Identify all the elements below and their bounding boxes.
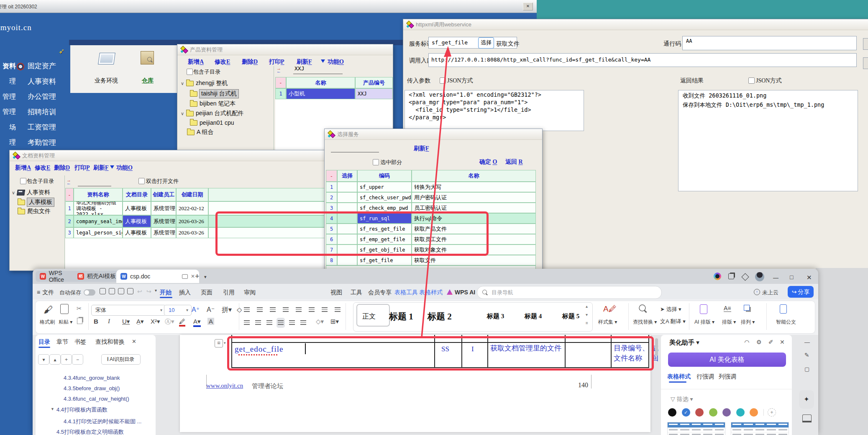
nav-item-4[interactable]: 4.4.1打印凭证的时候能不能固 ... — [64, 418, 141, 425]
palette-color-4[interactable] — [722, 408, 731, 417]
nav-item-1[interactable]: 4.3.5before_draw_obj() — [64, 385, 120, 391]
nav-tab-书签[interactable]: 书签 — [74, 338, 86, 346]
tab-close-icon[interactable]: ✕ — [191, 273, 195, 279]
table-cell-r4c1[interactable] — [337, 213, 357, 224]
align-right-button[interactable] — [266, 319, 272, 327]
menu-视图[interactable]: 视图 — [330, 289, 342, 296]
tree-expand-icon[interactable]: ∨ — [181, 111, 184, 116]
params-json-checkbox[interactable] — [440, 77, 446, 84]
font-size-select[interactable]: 10▾ — [164, 305, 192, 316]
table-cell-r2c1[interactable]: company_seal_img.png — [74, 215, 123, 227]
gallery-scroll-2[interactable]: ≡ — [586, 321, 588, 325]
product-tree-item-1[interactable]: taishiji 台式机 — [190, 90, 238, 98]
tree-label[interactable]: A 组合 — [197, 129, 213, 136]
select-service-button[interactable]: 选择 — [478, 37, 494, 49]
httpxml-window-titlebar[interactable]: httpxml调用webservice — [403, 19, 868, 30]
table-cell-r5c3[interactable]: 获取产品文件 — [412, 224, 536, 234]
redo-icon[interactable]: ↪ — [146, 288, 151, 295]
support-icon[interactable]: ◠ — [745, 339, 749, 345]
doc-window-titlebar[interactable]: 文档资料管理 — [10, 150, 343, 161]
product-toolbar-功能[interactable]: 功能O — [328, 58, 344, 66]
table-cell-r7c3[interactable]: 获取对象文件 — [412, 245, 536, 255]
shading-button[interactable]: ◇▾ — [316, 318, 324, 325]
table-cell-r6c2[interactable]: sf_emp_get_file — [357, 234, 412, 245]
tree-label[interactable]: bijiben 笔记本 — [200, 100, 236, 108]
product-tree-item-2[interactable]: bijiben 笔记本 — [190, 100, 236, 108]
underline-button[interactable]: U▾ — [122, 318, 130, 325]
palette-color-5[interactable] — [736, 408, 745, 417]
close-button[interactable]: ✕ — [807, 274, 812, 281]
menu-开始[interactable]: 开始 — [160, 289, 172, 296]
table-cell-r2c4[interactable]: 2026-03-26 — [176, 215, 208, 227]
doc-tree-item-1[interactable]: 人事模板 — [18, 198, 54, 206]
table-cell-r6c0[interactable]: 6 — [326, 234, 337, 245]
phonetic-guide-icon[interactable]: 拼▾ — [222, 306, 232, 314]
product-filter-input[interactable] — [293, 66, 343, 74]
menu-会员专享[interactable]: 会员专享 — [368, 289, 392, 296]
char-outline-button[interactable]: Ⓐ▾ — [165, 318, 174, 326]
doc-toolbar-新增[interactable]: 新增A — [15, 164, 31, 172]
get-file-button[interactable]: 获取文件 — [496, 40, 520, 48]
footer-link[interactable]: www.onlyit.cn — [206, 382, 243, 389]
ai-layout-label[interactable]: AI 排版 ▾ — [694, 319, 714, 326]
font-color-button[interactable]: A▾ — [193, 318, 201, 327]
style-0[interactable]: 正文 — [362, 312, 376, 321]
nav-item-0[interactable]: 4.3.4func_gorow_blank — [64, 375, 120, 381]
doc-toolbar-删除[interactable]: 删除D — [54, 164, 70, 172]
style-set-label[interactable]: 样式集 ▾ — [598, 319, 617, 326]
style-set-icon[interactable]: A🖉 — [603, 304, 617, 314]
swap-filter-icon[interactable]: →← — [67, 179, 73, 185]
palette-color-1[interactable]: ✓ — [682, 408, 690, 417]
wrap-button[interactable] — [309, 306, 315, 314]
table-cell-r3c1[interactable] — [337, 203, 357, 213]
tree-label[interactable]: 人事资料 — [27, 189, 50, 196]
table-cell-r1c1[interactable]: 小型机 — [286, 88, 355, 99]
doc-cell-func-name[interactable]: get_edoc_file — [235, 344, 283, 354]
palette-color-3[interactable] — [709, 408, 717, 417]
zoom-in-button[interactable]: + — [61, 354, 72, 365]
style-2[interactable]: 标题 2 — [428, 311, 452, 322]
rail-stamp-icon[interactable] — [802, 414, 812, 422]
beauty-tab-列强调[interactable]: 列强调 — [719, 373, 736, 381]
collapse-all-button[interactable]: ▴ — [49, 354, 61, 365]
doc-scrollbar-thumb[interactable] — [655, 338, 658, 356]
format-painter-icon[interactable]: 🖌 — [44, 304, 53, 315]
include-subdir-checkbox[interactable] — [187, 69, 193, 75]
table-cell-r8c0[interactable]: 8 — [326, 255, 337, 265]
beauty-ai-button[interactable]: AI 美化表格 — [668, 353, 786, 367]
table-cell-r4c3[interactable]: 执行sql命令 — [412, 213, 536, 224]
table-handle-dropdown-icon[interactable]: ▾ — [224, 341, 226, 345]
windows-stack-icon[interactable] — [728, 273, 734, 279]
doc-toolbar-功能[interactable]: 功能O — [116, 164, 133, 172]
business-env-item[interactable]: 业务环境 — [90, 49, 123, 91]
warehouse-item[interactable]: 仓库 — [133, 48, 162, 91]
table-cell-r6c3[interactable]: 获取员工文件 — [412, 234, 536, 245]
select-label[interactable]: ➤ 选择 ▾ — [660, 306, 681, 313]
highlight-button[interactable]: 🖉 — [179, 318, 185, 327]
edge-button-2[interactable] — [863, 57, 868, 69]
table-cell-r7c2[interactable]: sf_get_obj_file — [357, 245, 412, 255]
refresh-link[interactable]: 刷新F — [414, 145, 429, 152]
table-style-thumbnail-1[interactable] — [731, 422, 789, 435]
find-replace-label[interactable]: 查找替换 ▾ — [633, 319, 657, 326]
rail-select-icon[interactable]: ▢ — [804, 366, 809, 372]
doc-cell-ss[interactable]: SS — [441, 344, 449, 354]
style-3[interactable]: 标题 3 — [487, 312, 504, 320]
gallery-scroll-0[interactable]: ▴ — [586, 304, 588, 309]
sidebar-item-clipped-4[interactable]: 场 — [0, 123, 16, 132]
minimize-button[interactable]: — — [773, 275, 778, 281]
table-cell-r1c3[interactable]: 系统管理员 — [151, 201, 176, 215]
sidebar-item-4[interactable]: 工资管理 — [28, 122, 56, 132]
rail-edit-icon[interactable]: ✎ — [804, 352, 809, 358]
new-tab-button[interactable]: + — [195, 272, 200, 281]
table-cell-r3c2[interactable]: sf_check_emp_pwd — [357, 203, 412, 213]
table-cell-r2c3[interactable]: 系统管理员 — [151, 215, 176, 227]
style-4[interactable]: 标题 4 — [525, 312, 542, 320]
print-icon[interactable] — [118, 288, 124, 294]
shrink-font-icon[interactable]: A⁻ — [207, 306, 215, 314]
tree-label[interactable]: zhengji 整机 — [196, 80, 228, 87]
arrange-icon[interactable] — [744, 305, 750, 311]
table-cell-r7c0[interactable]: 7 — [326, 245, 337, 255]
table-cell-r3c4[interactable]: 2026-03-26 — [176, 227, 208, 238]
export-icon[interactable] — [109, 288, 115, 294]
